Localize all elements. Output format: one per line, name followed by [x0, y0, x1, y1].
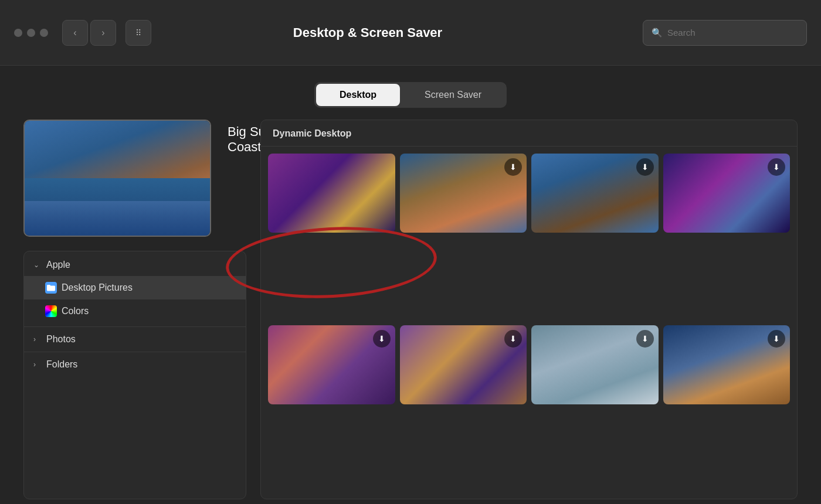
preview-image	[25, 121, 210, 236]
wallpaper-preview[interactable]	[23, 120, 211, 237]
folder-icon	[45, 282, 57, 294]
wallpaper-thumb-5[interactable]: ⬇	[268, 325, 395, 404]
tab-container: Desktop Screen Saver	[314, 82, 507, 108]
sidebar-tree: ⌄ Apple Desktop Pictures Colors	[23, 251, 246, 499]
download-badge-5[interactable]: ⬇	[373, 330, 391, 348]
divider-2	[24, 352, 246, 352]
download-badge-4[interactable]: ⬇	[768, 158, 785, 176]
traffic-lights	[14, 29, 48, 37]
search-bar[interactable]: 🔍	[643, 20, 807, 46]
wallpaper-thumb-7[interactable]: ⬇	[531, 325, 659, 404]
left-panel: Big Sur Coastline ⌄ Apple D	[23, 120, 246, 499]
download-badge-7[interactable]: ⬇	[636, 330, 654, 348]
maximize-button[interactable]	[40, 29, 48, 37]
download-badge-2[interactable]: ⬇	[504, 158, 522, 176]
download-icon-2: ⬇	[510, 162, 517, 172]
wallpaper-thumb-4[interactable]: ⬇	[663, 154, 791, 233]
sidebar-item-colors[interactable]: Colors	[24, 299, 246, 323]
app-window: ‹ › ⠿ Desktop & Screen Saver 🔍 Desktop S…	[0, 0, 821, 504]
chevron-down-icon: ⌄	[33, 261, 42, 269]
back-icon: ‹	[73, 28, 76, 38]
main-content: Big Sur Coastline ⌄ Apple D	[0, 120, 821, 504]
sidebar-item-photos[interactable]: › Photos	[24, 328, 246, 350]
download-badge-8[interactable]: ⬇	[768, 330, 785, 348]
download-icon-5: ⬇	[378, 334, 385, 343]
tab-screensaver[interactable]: Screen Saver	[401, 84, 505, 106]
download-icon-3: ⬇	[642, 162, 649, 172]
back-button[interactable]: ‹	[62, 20, 88, 46]
chevron-right-icon-folders: ›	[33, 360, 42, 369]
folders-label: Folders	[46, 359, 77, 370]
preview-section: Big Sur Coastline	[23, 120, 246, 251]
tab-area: Desktop Screen Saver	[0, 66, 821, 120]
apple-label: Apple	[46, 260, 70, 270]
apple-section: ⌄ Apple Desktop Pictures Colors	[24, 251, 246, 325]
wallpaper-thumb-8[interactable]: ⬇	[663, 325, 791, 404]
divider-1	[24, 326, 246, 327]
desktop-pictures-label: Desktop Pictures	[62, 282, 133, 293]
wallpaper-grid: ⬇ ⬇ ⬇ ⬇	[261, 147, 797, 499]
chevron-right-icon-photos: ›	[33, 335, 42, 343]
close-button[interactable]	[14, 29, 22, 37]
photos-label: Photos	[46, 334, 76, 345]
colors-label: Colors	[62, 306, 89, 316]
window-title: Desktop & Screen Saver	[102, 25, 633, 40]
content-panel: Dynamic Desktop ⬇ ⬇ ⬇	[260, 120, 798, 499]
section-header: Dynamic Desktop	[261, 120, 797, 147]
download-icon-7: ⬇	[642, 334, 649, 343]
wallpaper-thumb-3[interactable]: ⬇	[531, 154, 659, 233]
titlebar: ‹ › ⠿ Desktop & Screen Saver 🔍	[0, 0, 821, 66]
search-icon: 🔍	[652, 28, 663, 38]
download-icon-8: ⬇	[773, 334, 780, 343]
download-icon-4: ⬇	[773, 162, 780, 172]
wallpaper-thumb-6[interactable]: ⬇	[400, 325, 527, 404]
download-icon-6: ⬇	[510, 334, 517, 343]
sidebar-item-apple[interactable]: ⌄ Apple	[24, 254, 246, 276]
download-badge-6[interactable]: ⬇	[504, 330, 522, 348]
sidebar-item-folders[interactable]: › Folders	[24, 353, 246, 376]
wallpaper-thumb-1[interactable]	[268, 154, 395, 233]
minimize-button[interactable]	[27, 29, 35, 37]
sidebar-item-desktop-pictures[interactable]: Desktop Pictures	[24, 276, 246, 299]
color-wheel-icon	[45, 305, 57, 317]
download-badge-3[interactable]: ⬇	[636, 158, 654, 176]
wallpaper-thumb-2[interactable]: ⬇	[400, 154, 527, 233]
search-input[interactable]	[667, 28, 798, 38]
tab-desktop[interactable]: Desktop	[316, 84, 400, 106]
